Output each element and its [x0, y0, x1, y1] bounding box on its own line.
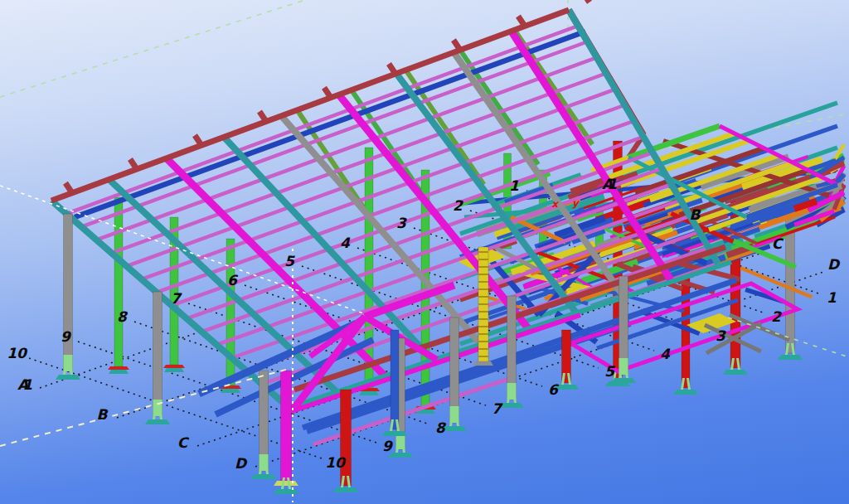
model-viewport[interactable]: 1234567891010987654321A1BCDA1BCD x y	[0, 0, 849, 504]
workplane-guides-back	[0, 0, 849, 156]
structural-model-canvas[interactable]	[0, 0, 849, 504]
